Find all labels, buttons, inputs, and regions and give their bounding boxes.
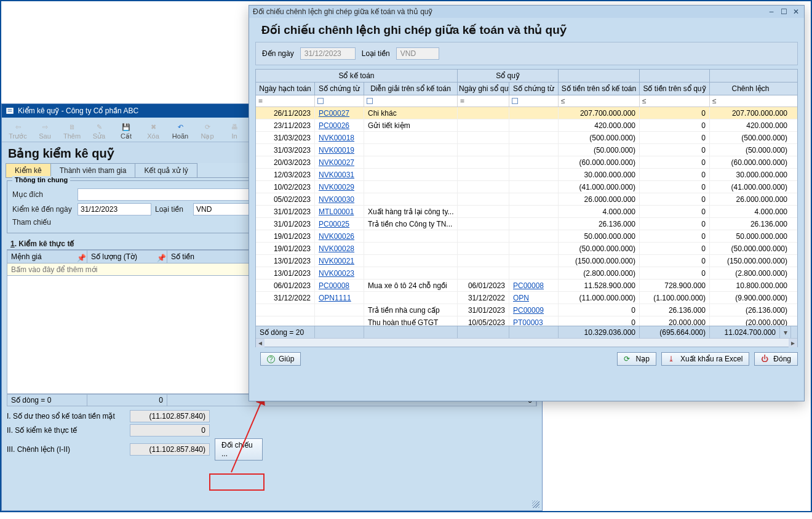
sum-i-label: I. Số dư theo sổ kế toán tiền mặt	[7, 412, 130, 420]
voucher-link[interactable]: PC00026	[319, 121, 349, 130]
toolbar-undo[interactable]: ↶Hoãn	[167, 120, 194, 141]
table-row[interactable]: 31/12/2022OPN111131/12/2022OPN(11.000.00…	[256, 292, 797, 304]
voucher-link[interactable]: NVK00023	[319, 269, 354, 278]
toolbar-prev[interactable]: ⇦Trước	[4, 120, 31, 142]
col-soluong[interactable]: Số lượng (Tờ)📌	[87, 251, 167, 263]
tab-thanhvien[interactable]: Thành viên tham gia	[50, 163, 136, 177]
undo-icon: ↶	[175, 121, 186, 132]
close-button[interactable]: ⏻Đóng	[754, 352, 798, 366]
checkbox-icon	[317, 98, 324, 104]
arrow-left-icon: ⇦	[12, 121, 23, 132]
voucher-link[interactable]: MTL00001	[319, 207, 354, 216]
grid-filter-row[interactable]: = = ≤ ≤ ≤	[256, 95, 797, 107]
table-row[interactable]: 31/01/2023MTL00001Xuất hàng trả lại công…	[256, 206, 797, 218]
voucher-link[interactable]: NVK00029	[319, 183, 354, 191]
voucher-link[interactable]: OPN1111	[319, 294, 351, 302]
voucher-link[interactable]: PC00025	[319, 220, 349, 228]
excel-icon: ⤓	[668, 355, 677, 363]
table-row[interactable]: 31/03/2023NVK00018(500.000.000)0(500.000…	[256, 132, 797, 144]
tab-ketqua[interactable]: Kết quả xử lý	[135, 163, 197, 177]
table-row[interactable]: 19/01/2023NVK0002650.000.000.000050.000.…	[256, 230, 797, 243]
voucher-link[interactable]: NVK00030	[319, 195, 354, 204]
voucher-link[interactable]: NVK00019	[319, 146, 354, 155]
voucher-link[interactable]: NVK00021	[319, 257, 354, 265]
doichieu-button[interactable]: Đối chiếu ...	[215, 438, 263, 461]
scroll-left-icon[interactable]: ◂	[256, 339, 265, 347]
grid-body[interactable]: 26/11/2023PC00027Chi khác207.700.000.000…	[256, 107, 797, 326]
table-row[interactable]: Thu hoàn thuế GTGT10/05/2023PT00003020.0…	[256, 316, 797, 326]
voucher-link[interactable]: NVK00031	[319, 171, 354, 179]
horizontal-scrollbar[interactable]: ◂ ▸	[256, 338, 797, 347]
hdr-sotien-q[interactable]: Số tiền trên sổ quỹ	[640, 82, 710, 95]
svg-rect-1	[8, 109, 12, 110]
hdr-sochungtu-q[interactable]: Số chứng từ	[509, 82, 559, 95]
document-new-icon: 🗎	[66, 121, 78, 132]
table-row[interactable]: 26/11/2023PC00027Chi khác207.700.000.000…	[256, 107, 797, 119]
filter-denngay-input[interactable]: 31/12/2023	[300, 47, 356, 60]
footer-z1: 0	[87, 395, 167, 406]
filter-loaitien-input[interactable]: VND	[396, 47, 439, 60]
tab-kiemke[interactable]: Kiểm kê	[6, 163, 51, 177]
mucdich-label: Mục đích	[12, 190, 74, 199]
minimize-icon[interactable]: –	[767, 7, 776, 16]
voucher-link[interactable]: NVK00018	[319, 134, 354, 142]
table-row[interactable]: 13/01/2023NVK00023(2.800.000.000)0(2.800…	[256, 267, 797, 280]
pin-icon: 📌	[157, 254, 163, 260]
table-row[interactable]: 06/01/2023PC00008Mua xe ô tô 24 chỗ ngồi…	[256, 280, 797, 292]
table-row[interactable]: 10/02/2023NVK00029(41.000.000.000)0(41.0…	[256, 181, 797, 193]
help-button[interactable]: ?Giúp	[260, 352, 301, 366]
voucher-link[interactable]: PT00003	[513, 318, 543, 326]
voucher-link[interactable]: PC00008	[513, 281, 544, 290]
save-icon: 💾	[121, 121, 132, 132]
svg-rect-2	[8, 111, 12, 111]
hdr-ngayghisoquy[interactable]: Ngày ghi sổ quỹ	[458, 82, 509, 95]
hdr-diengiai[interactable]: Diễn giải trên sổ kế toán	[364, 82, 458, 95]
table-row[interactable]: 12/03/2023NVK0003130.000.000.000030.000.…	[256, 169, 797, 181]
toolbar-add[interactable]: 🗎Thêm	[58, 120, 86, 141]
toolbar-save[interactable]: 💾Cất	[113, 120, 140, 142]
close-icon[interactable]: ✕	[792, 7, 800, 16]
voucher-link[interactable]: NVK00026	[319, 232, 354, 241]
table-row[interactable]: 05/02/2023NVK0003026.000.000.000026.000.…	[256, 193, 797, 206]
denngay-label: Kiểm kê đến ngày	[12, 205, 74, 214]
voucher-link[interactable]: PC00009	[513, 306, 544, 315]
hdr-ngayhachtoan[interactable]: Ngày hạch toán	[256, 82, 315, 95]
voucher-link[interactable]: NVK00027	[319, 158, 354, 167]
reload-button[interactable]: ⟳Nạp	[617, 352, 656, 366]
voucher-link[interactable]: NVK00028	[319, 244, 354, 253]
print-icon: 🖶	[229, 121, 240, 132]
hdrgrp-quy: Sổ quỹ	[458, 70, 559, 82]
table-row[interactable]: 20/03/2023NVK00027(60.000.000.000)0(60.0…	[256, 156, 797, 169]
table-row[interactable]: 23/11/2023PC00026Gửi tiết kiệm420.000.00…	[256, 119, 797, 132]
dialog-filterbar: Đến ngày 31/12/2023 Loại tiền VND	[255, 42, 798, 65]
voucher-link[interactable]: PC00008	[319, 281, 349, 290]
hdr-sotien-kt[interactable]: Số tiền trên sổ kế toán	[559, 82, 640, 95]
dialog-title-text: Đối chiếu chênh lệch ghi chép giữa kế to…	[253, 7, 433, 16]
toolbar-print[interactable]: 🖶In	[221, 120, 248, 141]
voucher-link[interactable]: PC00027	[319, 109, 349, 118]
sum-ii-label: II. Số kiểm kê thực tế	[7, 426, 130, 435]
loaitien-input[interactable]: VND	[193, 203, 255, 215]
table-row[interactable]: 31/01/2023PC00025Trả tiền cho Công ty TN…	[256, 218, 797, 230]
table-row[interactable]: 31/03/2023NVK00019(50.000.000)0(50.000.0…	[256, 144, 797, 156]
col-menhgia[interactable]: Mệnh giá📌	[7, 251, 87, 263]
scroll-down-icon[interactable]: ▾	[780, 326, 791, 338]
reconcile-grid: Sổ kế toán Sổ quỹ Ngày hạch toán Số chứn…	[255, 69, 798, 347]
denngay-input[interactable]: 31/12/2023	[78, 203, 151, 215]
export-excel-button[interactable]: ⤓Xuất khẩu ra Excel	[661, 352, 749, 366]
reload-icon: ⟳	[202, 121, 213, 132]
maximize-icon[interactable]: ☐	[779, 7, 788, 16]
resize-grip-icon[interactable]	[532, 501, 539, 508]
table-row[interactable]: 19/01/2023NVK00028(50.000.000.000)0(50.0…	[256, 243, 797, 255]
toolbar-edit[interactable]: ✎Sửa	[86, 120, 113, 142]
hdr-sochungtu-kt[interactable]: Số chứng từ	[315, 82, 364, 95]
scroll-right-icon[interactable]: ▸	[789, 339, 797, 347]
toolbar-next[interactable]: ⇨Sau	[31, 120, 58, 141]
table-row[interactable]: Trả tiền nhà cung cấp31/01/2023PC0000902…	[256, 304, 797, 316]
toolbar-reload[interactable]: ⟳Nạp	[194, 120, 221, 142]
grid-summary-row: Số dòng = 20 10.329.036.000 (695.664.000…	[256, 326, 797, 338]
hdr-chenhlech[interactable]: Chênh lệch	[710, 82, 791, 95]
table-row[interactable]: 13/01/2023NVK00021(150.000.000.000)0(150…	[256, 255, 797, 267]
toolbar-delete[interactable]: ✖Xóa	[140, 120, 167, 141]
voucher-link[interactable]: OPN	[513, 294, 529, 302]
